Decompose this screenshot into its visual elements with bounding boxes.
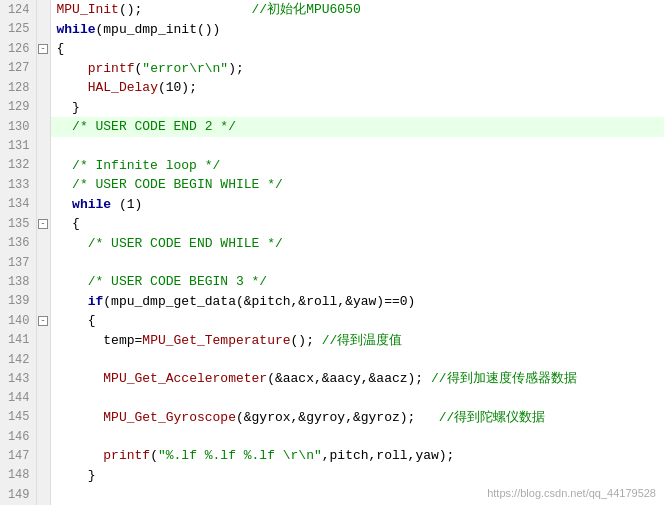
code-segment: printf: [103, 448, 150, 463]
fold-icon[interactable]: -: [36, 311, 50, 331]
code-segment: MPU_Get_Accelerometer: [103, 371, 267, 386]
code-line-content: /* USER CODE END WHILE */: [50, 234, 664, 254]
code-segment: ();: [119, 2, 252, 17]
fold-icon: [36, 175, 50, 195]
line-number: 132: [0, 156, 36, 176]
line-number: 135: [0, 214, 36, 234]
fold-icon[interactable]: -: [36, 214, 50, 234]
fold-icon: [36, 389, 50, 408]
fold-icon: [36, 446, 50, 466]
code-line-content: if(mpu_dmp_get_data(&pitch,&roll,&yaw)==…: [50, 292, 664, 312]
line-number: 147: [0, 446, 36, 466]
code-segment: MPU_Get_Gyroscope: [103, 410, 236, 425]
fold-icon: [36, 117, 50, 137]
line-number: 148: [0, 466, 36, 486]
code-line-content: /* USER CODE BEGIN 3 */: [50, 272, 664, 292]
line-number: 144: [0, 389, 36, 408]
fold-icon: [36, 350, 50, 369]
fold-icon: [36, 331, 50, 351]
code-segment: HAL_Delay: [88, 80, 158, 95]
line-number: 131: [0, 137, 36, 156]
code-line-content: /* Infinite loop */: [50, 156, 664, 176]
code-line-content: [50, 137, 664, 156]
code-line-content: HAL_Delay(10);: [50, 78, 664, 98]
fold-icon: [36, 408, 50, 428]
code-line-content: {: [50, 39, 664, 59]
fold-icon: [36, 466, 50, 486]
code-segment: (mpu_dmp_init()): [96, 22, 221, 37]
code-segment: (&aacx,&aacy,&aacz);: [267, 371, 431, 386]
line-number: 142: [0, 350, 36, 369]
code-segment: /* USER CODE BEGIN 3 */: [57, 274, 268, 289]
code-segment: //得到加速度传感器数据: [431, 371, 577, 386]
code-segment: while: [57, 22, 96, 37]
code-segment: //初始化MPU6050: [252, 2, 361, 17]
line-number: 125: [0, 20, 36, 40]
line-number: 124: [0, 0, 36, 20]
line-number: 130: [0, 117, 36, 137]
code-segment: [57, 80, 88, 95]
fold-icon: [36, 369, 50, 389]
code-segment: );: [228, 61, 244, 76]
code-segment: /* Infinite loop */: [57, 158, 221, 173]
line-number: 136: [0, 234, 36, 254]
fold-icon: [36, 234, 50, 254]
line-number: 149: [0, 485, 36, 504]
code-line-content: [50, 427, 664, 446]
code-segment: /* USER CODE END WHILE */: [57, 236, 283, 251]
line-number: 141: [0, 331, 36, 351]
code-line-content: /* USER CODE END 2 */: [50, 117, 664, 137]
line-number: 143: [0, 369, 36, 389]
fold-icon: [36, 427, 50, 446]
code-segment: [57, 448, 104, 463]
code-segment: "%.lf %.lf %.lf \r\n": [158, 448, 322, 463]
code-line-content: printf("%.lf %.lf %.lf \r\n",pitch,roll,…: [50, 446, 664, 466]
fold-icon: [36, 98, 50, 118]
fold-icon: [36, 59, 50, 79]
code-segment: MPU_Init: [57, 2, 119, 17]
fold-icon: [36, 292, 50, 312]
code-segment: (: [150, 448, 158, 463]
code-segment: [57, 61, 88, 76]
line-number: 145: [0, 408, 36, 428]
line-number: 146: [0, 427, 36, 446]
code-line-content: }: [50, 466, 664, 486]
code-segment: MPU_Get_Temperature: [142, 333, 290, 348]
code-segment: [57, 410, 104, 425]
code-line-content: while (1): [50, 195, 664, 215]
code-segment: {: [57, 41, 65, 56]
code-segment: (1): [111, 197, 142, 212]
code-segment: temp=: [57, 333, 143, 348]
fold-icon: [36, 253, 50, 272]
code-segment: [57, 371, 104, 386]
code-line-content: }: [50, 98, 664, 118]
fold-icon[interactable]: -: [36, 39, 50, 59]
line-number: 139: [0, 292, 36, 312]
line-number: 138: [0, 272, 36, 292]
code-segment: (&gyrox,&gyroy,&gyroz);: [236, 410, 439, 425]
fold-icon: [36, 20, 50, 40]
code-line-content: [50, 253, 664, 272]
fold-icon: [36, 272, 50, 292]
code-segment: (mpu_dmp_get_data(&pitch,&roll,&yaw)==0): [103, 294, 415, 309]
code-line-content: printf("error\r\n");: [50, 59, 664, 79]
code-segment: //得到温度值: [322, 333, 403, 348]
code-segment: {: [57, 313, 96, 328]
fold-icon: [36, 137, 50, 156]
line-number: 140: [0, 311, 36, 331]
code-line-content: {: [50, 311, 664, 331]
code-segment: ,pitch,roll,yaw);: [322, 448, 455, 463]
code-segment: {: [57, 216, 80, 231]
code-line-content: [50, 350, 664, 369]
code-line-content: /* USER CODE BEGIN WHILE */: [50, 175, 664, 195]
code-line-content: [50, 389, 664, 408]
code-segment: }: [57, 100, 80, 115]
code-segment: //得到陀螺仪数据: [439, 410, 546, 425]
line-number: 133: [0, 175, 36, 195]
code-segment: /* USER CODE BEGIN WHILE */: [57, 177, 283, 192]
code-segment: /* USER CODE END 2 */: [57, 119, 236, 134]
code-segment: if: [57, 294, 104, 309]
code-segment: while: [57, 197, 112, 212]
line-number: 137: [0, 253, 36, 272]
code-line-content: MPU_Get_Accelerometer(&aacx,&aacy,&aacz)…: [50, 369, 664, 389]
